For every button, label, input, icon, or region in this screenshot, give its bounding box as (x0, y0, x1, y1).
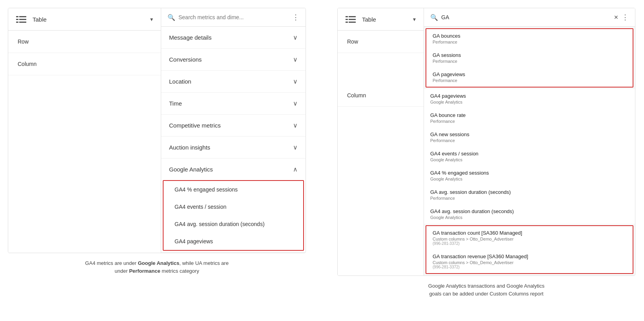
result-ga4-pageviews[interactable]: GA4 pageviews Google Analytics (424, 89, 635, 108)
result-ga-transaction-count[interactable]: GA transaction count [SA360 Managed] Cus… (426, 226, 633, 250)
left-metrics-section: 🔍 ⋮ Message details ∨ Conversions ∨ (161, 8, 306, 253)
accordion-auction-insights-header[interactable]: Auction insights ∨ (161, 137, 306, 158)
left-caption: GA4 metrics are under Google Analytics, … (8, 259, 306, 275)
left-panel-ui: Table ▾ Row Column 🔍 ⋮ Message details (8, 8, 306, 253)
right-column-item: Column (338, 84, 424, 107)
accordion-conversions-header[interactable]: Conversions ∨ (161, 49, 306, 70)
accordion-auction-insights: Auction insights ∨ (161, 137, 306, 159)
page-container: Table ▾ Row Column 🔍 ⋮ Message details (8, 8, 636, 297)
highlighted-bottom-group: GA transaction count [SA360 Managed] Cus… (426, 225, 633, 274)
result-ga4-engaged-sessions[interactable]: GA4 % engaged sessions Google Analytics (424, 166, 635, 185)
result-ga-sessions[interactable]: GA sessions Performance (426, 48, 633, 67)
ga4-events-session-item[interactable]: GA4 events / session (164, 198, 303, 215)
left-sidebar: Table ▾ Row Column (8, 8, 161, 253)
right-table-icon (346, 15, 358, 24)
result-ga-transaction-revenue[interactable]: GA transaction revenue [SA360 Managed] C… (426, 250, 633, 273)
google-analytics-content: GA4 % engaged sessions GA4 events / sess… (163, 180, 304, 251)
accordion-competitive-metrics-header[interactable]: Competitive metrics ∨ (161, 115, 306, 136)
chevron-down-icon-5: ∨ (293, 122, 298, 129)
right-search-section: 🔍 GA ✕ ⋮ GA bounces Performance GA se (424, 8, 635, 275)
accordion-google-analytics-header[interactable]: Google Analytics ∧ (161, 159, 306, 180)
result-ga-pageviews[interactable]: GA pageviews Performance (426, 67, 633, 87)
accordion-conversions-title: Conversions (169, 56, 202, 63)
left-column-item: Column (8, 53, 161, 75)
accordion-message-details-header[interactable]: Message details ∨ (161, 27, 306, 48)
chevron-up-icon: ∧ (293, 166, 298, 173)
left-row-item: Row (8, 31, 161, 53)
result-ga-bounces[interactable]: GA bounces Performance (426, 29, 633, 48)
right-panel: Table ▾ Row Column 🔍 GA ✕ ⋮ (337, 8, 635, 297)
result-ga-avg-session[interactable]: GA avg. session duration (seconds) Perfo… (424, 185, 635, 204)
right-row-item: Row (338, 31, 424, 53)
accordion-auction-insights-title: Auction insights (169, 144, 210, 151)
left-sidebar-header: Table ▾ (8, 8, 161, 31)
highlighted-top-group: GA bounces Performance GA sessions Perfo… (426, 28, 633, 88)
right-sidebar: Table ▾ Row Column (338, 8, 424, 275)
left-dropdown-arrow[interactable]: ▾ (150, 16, 153, 22)
ga4-pageviews-item[interactable]: GA4 pageviews (164, 233, 303, 250)
right-sidebar-header: Table ▾ (338, 8, 424, 31)
accordion-message-details-title: Message details (169, 34, 211, 41)
result-ga4-avg-session[interactable]: GA4 avg. session duration (seconds) Goog… (424, 204, 635, 224)
accordion-location-title: Location (169, 78, 191, 85)
accordion-competitive-metrics: Competitive metrics ∨ (161, 115, 306, 137)
right-search-value[interactable]: GA (441, 14, 611, 20)
right-more-icon[interactable]: ⋮ (622, 13, 629, 22)
accordion-google-analytics: Google Analytics ∧ GA4 % engaged session… (161, 159, 306, 253)
left-table-label: Table (33, 16, 146, 23)
right-dropdown-arrow[interactable]: ▾ (413, 16, 416, 22)
search-results: GA bounces Performance GA sessions Perfo… (424, 27, 635, 275)
right-search-bar: 🔍 GA ✕ ⋮ (424, 8, 635, 27)
chevron-down-icon-3: ∨ (293, 78, 298, 85)
chevron-down-icon-6: ∨ (293, 144, 298, 151)
accordion-conversions: Conversions ∨ (161, 49, 306, 71)
ga4-engaged-sessions-item[interactable]: GA4 % engaged sessions (164, 181, 303, 198)
accordion-location-header[interactable]: Location ∨ (161, 71, 306, 92)
result-ga-bounce-rate[interactable]: GA bounce rate Performance (424, 108, 635, 128)
right-caption: Google Analytics transactions and Google… (337, 282, 635, 297)
right-panel-ui: Table ▾ Row Column 🔍 GA ✕ ⋮ (337, 8, 635, 276)
accordion-time-title: Time (169, 100, 182, 107)
more-vert-icon[interactable]: ⋮ (292, 13, 299, 22)
chevron-down-icon-4: ∨ (293, 100, 298, 107)
accordion-competitive-metrics-title: Competitive metrics (169, 122, 221, 129)
accordion-time-header[interactable]: Time ∨ (161, 93, 306, 114)
chevron-down-icon-2: ∨ (293, 56, 298, 63)
left-search-input[interactable] (178, 14, 289, 20)
accordion-time: Time ∨ (161, 93, 306, 115)
left-panel: Table ▾ Row Column 🔍 ⋮ Message details (8, 8, 306, 275)
right-table-label: Table (362, 16, 409, 23)
left-search-bar: 🔍 ⋮ (161, 8, 306, 27)
search-icon: 🔍 (167, 14, 175, 21)
ga4-avg-session-duration-item[interactable]: GA4 avg. session duration (seconds) (164, 215, 303, 233)
chevron-down-icon: ∨ (293, 34, 298, 41)
right-search-icon: 🔍 (430, 14, 438, 21)
accordion-google-analytics-title: Google Analytics (169, 166, 213, 173)
close-icon[interactable]: ✕ (614, 14, 619, 20)
table-icon (16, 15, 29, 24)
accordion-message-details: Message details ∨ (161, 27, 306, 49)
accordion-location: Location ∨ (161, 71, 306, 93)
result-ga-new-sessions[interactable]: GA new sessions Performance (424, 128, 635, 147)
result-ga4-events-session[interactable]: GA4 events / session Google Analytics (424, 147, 635, 166)
